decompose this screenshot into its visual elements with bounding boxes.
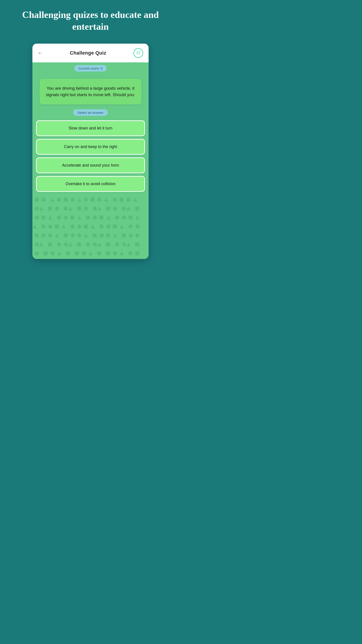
svg-rect-72 xyxy=(122,234,126,238)
score-bar: Current score: 0 xyxy=(32,62,149,74)
svg-point-79 xyxy=(64,242,68,246)
answer-button-1[interactable]: Slow down and let it turn xyxy=(36,120,145,136)
svg-rect-78 xyxy=(57,242,61,246)
svg-point-65 xyxy=(71,234,75,238)
svg-rect-52 xyxy=(84,224,88,228)
answers-section: Slow down and let it turn Carry on and k… xyxy=(32,118,149,196)
svg-rect-48 xyxy=(55,224,59,228)
svg-rect-39 xyxy=(99,216,103,220)
svg-rect-94 xyxy=(66,251,70,255)
svg-marker-24 xyxy=(97,206,101,211)
question-area: You are driving behind a large goods veh… xyxy=(32,74,149,107)
select-badge: Select an Answer xyxy=(73,109,108,116)
svg-rect-12 xyxy=(120,198,124,202)
svg-rect-66 xyxy=(77,234,81,238)
svg-point-38 xyxy=(93,216,97,220)
svg-marker-63 xyxy=(55,234,59,238)
header-section: Challenging quizes to educate and entert… xyxy=(0,0,181,39)
svg-rect-35 xyxy=(70,216,74,220)
svg-point-83 xyxy=(93,242,97,246)
svg-rect-37 xyxy=(86,216,90,220)
svg-marker-28 xyxy=(126,206,130,211)
svg-rect-27 xyxy=(122,206,126,211)
svg-point-42 xyxy=(122,216,126,220)
svg-rect-74 xyxy=(135,234,139,238)
svg-rect-82 xyxy=(86,242,90,246)
svg-rect-3 xyxy=(57,198,61,202)
svg-point-69 xyxy=(100,234,104,238)
svg-rect-70 xyxy=(106,234,110,238)
svg-marker-40 xyxy=(106,216,110,220)
decorative-pattern-svg xyxy=(32,196,141,258)
quiz-title: Challenge Quiz xyxy=(70,50,106,56)
svg-rect-90 xyxy=(35,251,39,255)
svg-point-30 xyxy=(35,216,39,220)
question-box: You are driving behind a large goods veh… xyxy=(39,79,141,104)
svg-marker-76 xyxy=(39,242,43,246)
svg-rect-21 xyxy=(77,206,81,211)
svg-marker-88 xyxy=(126,242,130,246)
svg-marker-20 xyxy=(68,206,72,211)
svg-marker-45 xyxy=(33,224,37,228)
svg-rect-89 xyxy=(135,242,139,246)
back-button[interactable]: ← xyxy=(38,50,43,56)
svg-marker-44 xyxy=(135,216,139,220)
svg-point-47 xyxy=(48,224,52,228)
svg-marker-36 xyxy=(77,216,81,220)
svg-rect-56 xyxy=(113,224,117,228)
svg-rect-50 xyxy=(70,224,74,228)
select-answer-bar: Select an Answer xyxy=(32,107,149,118)
svg-marker-49 xyxy=(62,224,66,228)
svg-point-34 xyxy=(64,216,68,220)
svg-rect-15 xyxy=(35,206,39,211)
svg-rect-98 xyxy=(97,251,101,255)
svg-point-75 xyxy=(35,242,39,246)
svg-rect-103 xyxy=(135,251,139,255)
svg-rect-0 xyxy=(35,198,39,202)
svg-marker-2 xyxy=(50,198,54,202)
svg-point-92 xyxy=(50,251,54,255)
svg-rect-58 xyxy=(128,224,132,228)
svg-point-96 xyxy=(82,251,86,255)
svg-point-55 xyxy=(106,224,110,228)
svg-point-1 xyxy=(41,198,45,202)
svg-marker-16 xyxy=(39,206,43,211)
svg-rect-64 xyxy=(64,234,68,238)
svg-point-18 xyxy=(55,206,59,211)
svg-marker-84 xyxy=(97,242,101,246)
svg-point-22 xyxy=(84,206,88,211)
svg-rect-85 xyxy=(106,242,110,246)
svg-rect-91 xyxy=(43,251,48,255)
answer-button-4[interactable]: Overtake it to avoid collision xyxy=(36,176,145,192)
svg-point-73 xyxy=(129,234,133,238)
phone-card: ← Challenge Quiz 17 Current score: 0 You… xyxy=(32,44,149,259)
svg-rect-62 xyxy=(48,234,52,238)
svg-rect-102 xyxy=(128,251,132,255)
svg-marker-10 xyxy=(104,198,108,202)
svg-marker-14 xyxy=(133,198,137,202)
svg-rect-7 xyxy=(84,198,88,202)
svg-rect-25 xyxy=(106,206,110,211)
timer-value: 17 xyxy=(136,51,140,55)
svg-rect-77 xyxy=(48,242,52,246)
svg-rect-54 xyxy=(99,224,103,228)
svg-marker-80 xyxy=(68,242,72,246)
svg-marker-71 xyxy=(113,234,117,238)
svg-rect-68 xyxy=(93,234,97,238)
svg-marker-93 xyxy=(57,251,61,255)
svg-rect-99 xyxy=(106,251,110,255)
svg-rect-31 xyxy=(41,216,45,220)
svg-marker-57 xyxy=(120,224,124,228)
svg-point-9 xyxy=(97,198,101,202)
svg-rect-60 xyxy=(35,234,39,238)
answer-button-2[interactable]: Carry on and keep to the right xyxy=(36,139,145,155)
svg-rect-4 xyxy=(64,198,68,202)
svg-rect-86 xyxy=(115,242,119,246)
answer-button-3[interactable]: Accelerate and sound your horn xyxy=(36,158,145,173)
svg-point-61 xyxy=(41,234,45,238)
bottom-pattern xyxy=(32,196,149,259)
svg-point-100 xyxy=(113,251,117,255)
svg-rect-33 xyxy=(57,216,61,220)
svg-rect-81 xyxy=(77,242,81,246)
svg-marker-32 xyxy=(48,216,52,220)
